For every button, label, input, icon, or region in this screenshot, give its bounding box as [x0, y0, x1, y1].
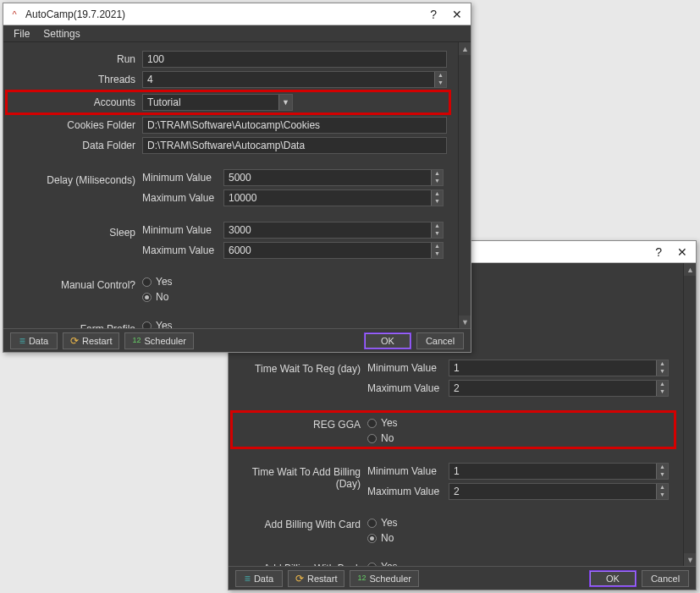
database-icon: ≡	[245, 574, 251, 584]
label-sleep: Sleep	[7, 222, 142, 239]
label-threads: Threads	[7, 74, 142, 85]
label-max: Maximum Value	[367, 486, 444, 497]
billing-min-input[interactable]: 1	[449, 463, 669, 480]
data-button[interactable]: ≡Data	[235, 570, 283, 587]
help-button[interactable]: ?	[427, 8, 440, 21]
spin-down-icon[interactable]: ▼	[431, 178, 443, 185]
close-button[interactable]: ✕	[674, 245, 691, 259]
spin-up-icon[interactable]: ▲	[434, 72, 446, 80]
label-farm-profile: Farm Profile	[7, 318, 142, 328]
label-max: Maximum Value	[142, 244, 218, 256]
scrollbar[interactable]: ▲ ▼	[458, 42, 471, 328]
row-sleep: Sleep Minimum Value 3000 ▲▼ Maximum Valu…	[7, 222, 449, 259]
app-icon: ^	[8, 8, 20, 20]
restart-button[interactable]: ⟳Restart	[63, 332, 119, 349]
spin-up-icon[interactable]: ▲	[431, 170, 443, 178]
restart-button[interactable]: ⟳Restart	[288, 570, 344, 587]
sleep-min-input[interactable]: 3000	[223, 222, 444, 239]
billing-max-input[interactable]: 2	[449, 483, 669, 500]
ok-button[interactable]: OK	[364, 332, 411, 349]
spin-up-icon[interactable]: ▲	[431, 222, 443, 230]
row-delay: Delay (Miliseconds) Minimum Value 5000 ▲…	[7, 169, 449, 206]
menu-settings[interactable]: Settings	[36, 27, 86, 41]
manual-no[interactable]: No	[142, 291, 173, 303]
manual-yes[interactable]: Yes	[142, 276, 173, 288]
window-title: AutoCamp(19.7.2021)	[25, 8, 427, 20]
close-button[interactable]: ✕	[449, 8, 466, 21]
radio-icon	[367, 563, 377, 567]
spin-up-icon[interactable]: ▲	[656, 484, 668, 491]
scroll-down-icon[interactable]: ▼	[684, 553, 696, 566]
label-add-billing-bank: Add Billing With Bank	[232, 559, 367, 566]
restart-icon: ⟳	[70, 336, 79, 346]
spin-up-icon[interactable]: ▲	[656, 381, 668, 388]
reg-gga-no[interactable]: No	[367, 432, 520, 444]
sleep-max-input[interactable]: 6000	[223, 242, 444, 259]
delay-min-input[interactable]: 5000	[223, 169, 444, 186]
menu-file[interactable]: File	[7, 27, 36, 41]
billing-bank-yes[interactable]: Yes	[367, 561, 398, 566]
scheduler-button[interactable]: 12Scheduler	[350, 570, 419, 587]
row-run: Run 100	[7, 51, 449, 68]
scroll-up-icon[interactable]: ▲	[684, 263, 696, 276]
label-reg-gga: REG GGA	[232, 415, 367, 431]
spin-down-icon[interactable]: ▼	[656, 368, 668, 376]
reg-max-input[interactable]: 2	[449, 380, 669, 397]
farm-yes[interactable]: Yes	[142, 320, 173, 328]
spin-down-icon[interactable]: ▼	[656, 388, 668, 396]
label-cookies-folder: Cookies Folder	[7, 119, 142, 131]
scroll-down-icon[interactable]: ▼	[459, 316, 471, 328]
row-cookies-folder: Cookies Folder D:\TRAM\Software\Autocamp…	[7, 117, 449, 134]
reg-min-input[interactable]: 1	[449, 360, 669, 376]
delay-max-input[interactable]: 10000	[223, 189, 444, 206]
spin-down-icon[interactable]: ▼	[656, 471, 668, 479]
scroll-up-icon[interactable]: ▲	[459, 42, 471, 55]
spin-up-icon[interactable]: ▲	[431, 243, 443, 250]
row-add-billing-card: Add Billing With Card Yes No	[232, 515, 675, 544]
row-data-folder: Data Folder D:\TRAM\Software\Autocamp\Da…	[7, 137, 449, 154]
billing-card-no[interactable]: No	[367, 532, 398, 544]
spin-up-icon[interactable]: ▲	[656, 360, 668, 368]
reg-gga-yes[interactable]: Yes	[367, 417, 520, 429]
label-min: Minimum Value	[142, 224, 218, 236]
label-time-wait-reg: Time Wait To Reg (day)	[232, 360, 367, 375]
spin-down-icon[interactable]: ▼	[431, 198, 443, 206]
scheduler-button[interactable]: 12Scheduler	[124, 332, 194, 349]
cancel-button[interactable]: Cancel	[642, 570, 689, 587]
menubar: File Settings	[3, 25, 471, 42]
row-farm-profile: Farm Profile Yes No	[7, 318, 449, 328]
spin-up-icon[interactable]: ▲	[431, 190, 443, 198]
form-area: Run 100 Threads 4 ▲▼ Accounts Tutorial ▼…	[3, 42, 458, 328]
row-time-wait-billing: Time Wait To Add Billing (Day) Minimum V…	[232, 463, 675, 500]
threads-input[interactable]: 4	[142, 71, 447, 88]
label-min: Minimum Value	[367, 465, 444, 477]
radio-icon	[367, 534, 377, 543]
row-time-wait-reg: Time Wait To Reg (day) Minimum Value 1 ▲…	[232, 360, 675, 397]
body: Run 100 Threads 4 ▲▼ Accounts Tutorial ▼…	[3, 42, 471, 328]
accounts-combo[interactable]: Tutorial ▼	[142, 94, 293, 111]
radio-icon	[367, 519, 377, 528]
data-button[interactable]: ≡Data	[10, 332, 58, 349]
calendar-icon: 12	[357, 574, 366, 582]
spin-down-icon[interactable]: ▼	[431, 230, 443, 238]
cookies-folder-input[interactable]: D:\TRAM\Software\Autocamp\Cookies	[142, 117, 447, 134]
radio-icon	[142, 277, 152, 287]
label-delay: Delay (Miliseconds)	[7, 169, 142, 186]
ok-button[interactable]: OK	[589, 570, 637, 587]
run-input[interactable]: 100	[142, 51, 447, 68]
radio-icon	[142, 293, 152, 302]
chevron-down-icon[interactable]: ▼	[278, 95, 292, 110]
titlebar: ^ AutoCamp(19.7.2021) ? ✕	[3, 3, 471, 25]
billing-card-yes[interactable]: Yes	[367, 517, 398, 529]
spin-up-icon[interactable]: ▲	[656, 464, 668, 471]
spin-down-icon[interactable]: ▼	[434, 80, 446, 87]
scrollbar[interactable]: ▲ ▼	[683, 263, 696, 566]
cancel-button[interactable]: Cancel	[416, 332, 464, 349]
database-icon: ≡	[19, 336, 25, 346]
row-accounts: Accounts Tutorial ▼	[7, 91, 449, 113]
spin-down-icon[interactable]: ▼	[431, 250, 443, 258]
spin-down-icon[interactable]: ▼	[656, 491, 668, 499]
data-folder-input[interactable]: D:\TRAM\Software\Autocamp\Data	[142, 137, 447, 154]
help-button[interactable]: ?	[652, 245, 665, 259]
calendar-icon: 12	[132, 337, 141, 344]
